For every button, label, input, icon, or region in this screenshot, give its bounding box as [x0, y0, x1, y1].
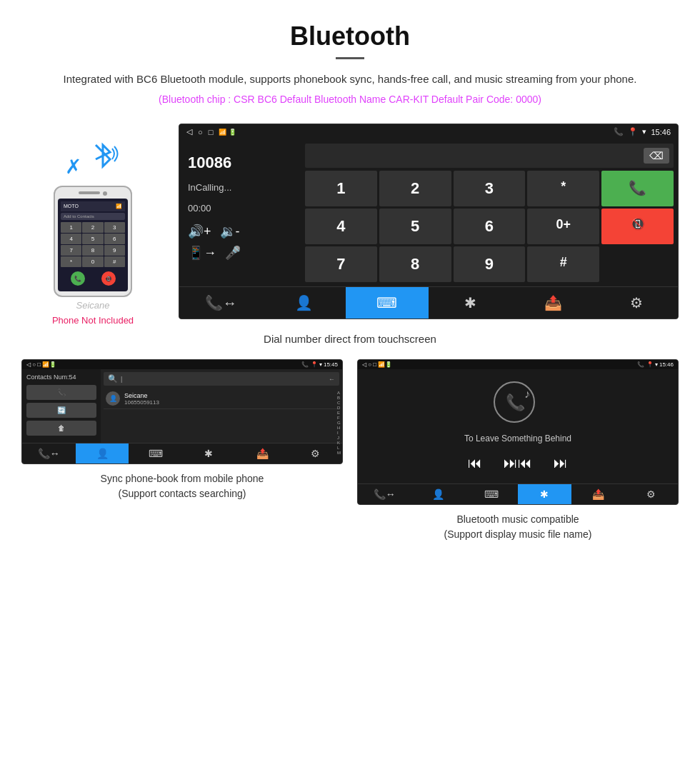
- contacts-item: ◁ ○ □ 📶🔋 📞 📍 ▾ 15:45 Contacts Num:54 📞 🔄…: [21, 359, 343, 546]
- contact-number: 10655059113: [124, 399, 159, 406]
- mic-controls: 📱→ 🎤: [188, 245, 292, 261]
- dial-left-panel: 10086 InCalling... 00:00 🔊+ 🔉- 📱→ 🎤: [179, 139, 301, 286]
- prev-track-btn[interactable]: ⏮: [468, 455, 482, 471]
- contacts-search-bar: 🔍 | ←: [104, 372, 339, 386]
- nav-phone-transfer[interactable]: 📞↔: [179, 287, 262, 319]
- contact-sync-btn[interactable]: 🔄: [26, 403, 96, 418]
- music-nav-icons: ◁ ○ □ 📶🔋: [362, 361, 392, 368]
- music-nav-contacts[interactable]: 👤: [411, 484, 465, 504]
- phone-not-included: Phone Not Included: [52, 315, 134, 326]
- key-4[interactable]: 4: [305, 209, 377, 244]
- key-6[interactable]: 6: [454, 209, 526, 244]
- backspace-button[interactable]: ⌫: [644, 148, 669, 164]
- bottom-screens: ◁ ○ □ 📶🔋 📞 📍 ▾ 15:45 Contacts Num:54 📞 🔄…: [0, 359, 700, 546]
- call-status: InCalling...: [188, 182, 292, 193]
- keypad-input-row: ⌫: [305, 144, 674, 168]
- status-bar: ◁ ○ □ 📶 🔋 📞 📍 ▾ 15:46: [179, 124, 678, 139]
- phone-key-6: 6: [104, 234, 125, 244]
- title-divider: [336, 57, 364, 59]
- music-nav-phone[interactable]: 📞↔: [358, 484, 411, 504]
- location-icon: 📍: [628, 127, 638, 136]
- phone-camera: [103, 191, 107, 196]
- backspace-search-icon: ←: [329, 376, 335, 383]
- keypad-grid: 1 2 3 * 📞 4 5 6 0+ 📵 7 8 9 #: [305, 171, 674, 282]
- phone-speaker: [79, 191, 100, 194]
- phone-key-1: 1: [61, 222, 81, 233]
- phone-mockup: MOTO 📶 Add to Contacts 1 2 3 4 5 6 7 8 9…: [54, 186, 132, 297]
- small-nav-transfer[interactable]: 📤: [236, 443, 289, 463]
- phone-key-8: 8: [82, 245, 103, 256]
- seicane-watermark: Seicane: [76, 300, 110, 311]
- small-nav-keypad[interactable]: ⌨: [129, 443, 182, 463]
- dial-body: 10086 InCalling... 00:00 🔊+ 🔉- 📱→ 🎤: [179, 139, 678, 286]
- end-call-button[interactable]: 📵: [601, 209, 674, 244]
- back-nav-icon: ◁: [186, 127, 192, 136]
- small-nav-bt[interactable]: ✱: [182, 443, 236, 463]
- music-nav-bt[interactable]: ✱: [518, 484, 571, 504]
- bluetooth-specs: (Bluetooth chip : CSR BC6 Default Blueto…: [43, 94, 657, 105]
- svg-text:📞: 📞: [506, 393, 526, 412]
- next-track-btn[interactable]: ⏭: [554, 455, 568, 471]
- phone-key-0: 0: [82, 256, 103, 267]
- phone-top-bar: [58, 191, 128, 196]
- key-star[interactable]: *: [527, 171, 599, 206]
- phone-screen: MOTO 📶 Add to Contacts 1 2 3 4 5 6 7 8 9…: [58, 199, 128, 291]
- small-nav-contacts[interactable]: 👤: [76, 443, 129, 463]
- contact-list-item[interactable]: 👤 Seicane 10655059113: [104, 388, 339, 409]
- dial-keypad: ⌫ 1 2 3 * 📞 4 5 6 0+ 📵 7 8 9 #: [301, 139, 678, 286]
- contacts-left-panel: Contacts Num:54 📞 🔄 🗑: [22, 369, 101, 443]
- volume-down-icon[interactable]: 🔉-: [220, 224, 240, 239]
- key-2[interactable]: 2: [379, 171, 451, 206]
- music-status-bar: ◁ ○ □ 📶🔋 📞 📍 ▾ 15:46: [358, 360, 678, 369]
- phone-key-star: *: [61, 256, 81, 267]
- phone-screen-header: MOTO 📶: [61, 201, 125, 211]
- call-button[interactable]: 📞: [601, 171, 674, 206]
- status-right: 📞 📍 ▾ 15:46: [614, 127, 671, 136]
- bluetooth-symbol-icon: [85, 138, 121, 174]
- small-nav-phone[interactable]: 📞↔: [22, 443, 76, 463]
- nav-bluetooth[interactable]: ✱: [429, 287, 511, 319]
- signal-icon: 📶 🔋: [219, 129, 236, 136]
- contacts-nav-icons: ◁ ○ □ 📶🔋: [26, 361, 56, 368]
- search-icon: 🔍: [108, 374, 118, 384]
- key-5[interactable]: 5: [379, 209, 451, 244]
- contact-delete-btn[interactable]: 🗑: [26, 421, 96, 436]
- key-empty: [601, 246, 674, 282]
- mic-icon[interactable]: 🎤: [225, 245, 241, 261]
- phone-bottom-bar: 📞 📵: [61, 270, 125, 287]
- key-7[interactable]: 7: [305, 246, 377, 282]
- contacts-num-header: Contacts Num:54: [26, 374, 96, 381]
- key-8[interactable]: 8: [379, 246, 451, 282]
- dial-caption: Dial number direct from touchscreen: [0, 326, 700, 359]
- phone-key-9: 9: [104, 245, 125, 256]
- music-icon-area: 📞 ♪: [493, 381, 543, 426]
- nav-transfer[interactable]: 📤: [511, 287, 594, 319]
- music-nav-transfer[interactable]: 📤: [571, 484, 625, 504]
- key-0plus[interactable]: 0+: [527, 209, 599, 244]
- small-nav-settings[interactable]: ⚙: [289, 443, 342, 463]
- music-bottom-nav: 📞↔ 👤 ⌨ ✱ 📤 ⚙: [358, 483, 678, 504]
- nav-contacts[interactable]: 👤: [262, 287, 345, 319]
- nav-settings[interactable]: ⚙: [595, 287, 678, 319]
- contact-call-btn[interactable]: 📞: [26, 385, 96, 400]
- key-3[interactable]: 3: [454, 171, 526, 206]
- wifi-status-icon: ▾: [642, 127, 646, 136]
- volume-up-icon[interactable]: 🔊+: [188, 224, 211, 239]
- music-nav-keypad[interactable]: ⌨: [464, 484, 518, 504]
- bluetooth-icon: ✗: [65, 156, 81, 178]
- contact-name: Seicane: [124, 392, 159, 399]
- contacts-status-bar: ◁ ○ □ 📶🔋 📞 📍 ▾ 15:45: [22, 360, 342, 369]
- dial-controls: 🔊+ 🔉- 📱→ 🎤: [188, 224, 292, 261]
- key-1[interactable]: 1: [305, 171, 377, 206]
- nav-keypad[interactable]: ⌨: [346, 287, 429, 319]
- key-9[interactable]: 9: [454, 246, 526, 282]
- music-controls: ⏮ ⏭⏮ ⏭: [468, 455, 568, 471]
- contacts-status-right: 📞 📍 ▾ 15:45: [301, 361, 338, 368]
- clock-display: 15:46: [651, 128, 671, 136]
- svg-text:♪: ♪: [524, 388, 530, 400]
- key-hash[interactable]: #: [527, 246, 599, 282]
- car-dial-screen: ◁ ○ □ 📶 🔋 📞 📍 ▾ 15:46 10086 InCalling...…: [179, 124, 679, 319]
- music-nav-settings[interactable]: ⚙: [624, 484, 678, 504]
- transfer-icon[interactable]: 📱→: [188, 245, 216, 261]
- play-pause-btn[interactable]: ⏭⏮: [504, 455, 532, 471]
